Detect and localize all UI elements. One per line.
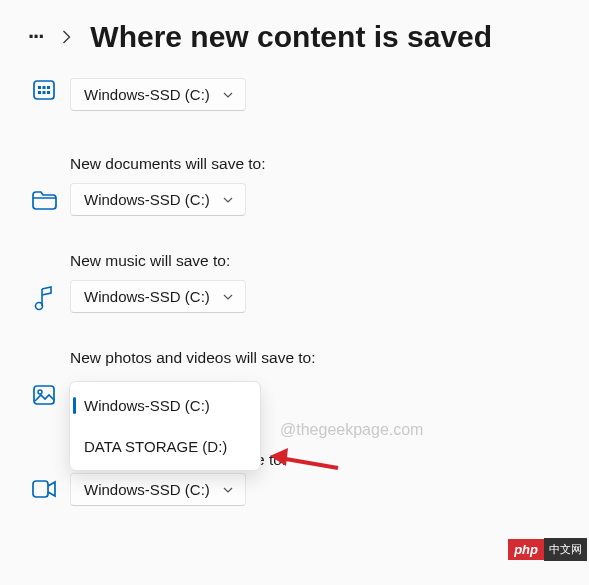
svg-rect-4	[38, 91, 41, 94]
video-icon	[24, 479, 64, 499]
movies-dropdown-value: Windows-SSD (C:)	[84, 481, 210, 498]
setting-music: New music will save to: Windows-SSD (C:)	[0, 252, 589, 313]
svg-rect-9	[34, 386, 54, 404]
apps-dropdown-value: Windows-SSD (C:)	[84, 86, 210, 103]
svg-rect-11	[33, 481, 48, 497]
photo-icon	[24, 383, 64, 407]
music-label: New music will save to:	[70, 252, 246, 270]
chevron-down-icon	[222, 291, 234, 303]
overflow-menu-icon[interactable]: ···	[28, 24, 43, 50]
photos-dropdown-list: Windows-SSD (C:) DATA STORAGE (D:)	[69, 381, 261, 471]
music-dropdown-value: Windows-SSD (C:)	[84, 288, 210, 305]
setting-movies: will save to: will save to: Windows-SSD …	[0, 473, 589, 506]
music-note-icon	[24, 286, 64, 312]
chevron-right-icon	[61, 30, 72, 44]
svg-rect-1	[38, 86, 41, 89]
svg-point-10	[38, 390, 42, 394]
movies-dropdown[interactable]: Windows-SSD (C:)	[70, 473, 246, 506]
svg-rect-6	[47, 91, 50, 94]
svg-rect-2	[43, 86, 46, 89]
svg-rect-5	[43, 91, 46, 94]
folder-icon	[24, 189, 64, 211]
badge-left: php	[508, 539, 544, 560]
page-title: Where new content is saved	[90, 20, 492, 54]
svg-line-12	[280, 458, 338, 468]
photos-label: New photos and videos will save to:	[70, 349, 316, 367]
svg-marker-13	[270, 448, 288, 466]
dropdown-option-data-storage[interactable]: DATA STORAGE (D:)	[70, 426, 260, 467]
setting-documents: New documents will save to: Windows-SSD …	[0, 155, 589, 216]
apps-icon	[24, 78, 64, 102]
annotation-arrow-icon	[270, 448, 340, 476]
documents-label: New documents will save to:	[70, 155, 266, 173]
badge-right: 中文网	[544, 538, 587, 561]
breadcrumb: ··· Where new content is saved	[0, 0, 589, 78]
svg-rect-3	[47, 86, 50, 89]
dropdown-option-windows-ssd[interactable]: Windows-SSD (C:)	[70, 385, 260, 426]
documents-dropdown-value: Windows-SSD (C:)	[84, 191, 210, 208]
setting-photos: New photos and videos will save to: Wind…	[0, 349, 589, 407]
apps-dropdown[interactable]: Windows-SSD (C:)	[70, 78, 246, 111]
music-dropdown[interactable]: Windows-SSD (C:)	[70, 280, 246, 313]
chevron-down-icon	[222, 89, 234, 101]
setting-apps: Windows-SSD (C:)	[0, 78, 589, 111]
documents-dropdown[interactable]: Windows-SSD (C:)	[70, 183, 246, 216]
site-badge: php 中文网	[508, 538, 587, 561]
chevron-down-icon	[222, 194, 234, 206]
watermark-text: @thegeekpage.com	[280, 421, 423, 439]
chevron-down-icon	[222, 484, 234, 496]
svg-rect-0	[34, 81, 54, 99]
